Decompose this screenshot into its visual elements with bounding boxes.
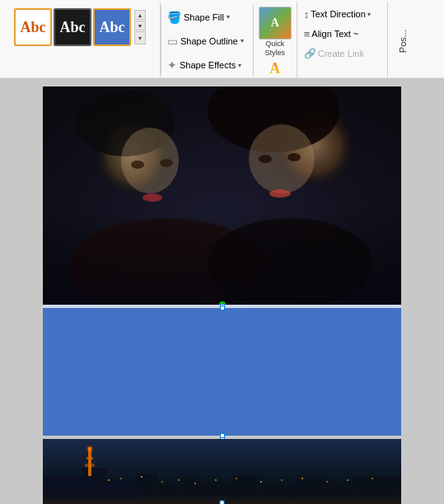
text-direction-label: Text Direction	[311, 9, 366, 19]
align-text-button[interactable]: ≡ Align Text ~	[301, 26, 384, 42]
align-text-label: Align Text ~	[311, 29, 358, 39]
svg-point-37	[141, 476, 143, 478]
svg-point-36	[120, 478, 122, 479]
shape-effects-dropdown-icon: ▾	[238, 62, 241, 69]
svg-point-39	[178, 479, 180, 481]
quick-styles-icon: A	[259, 7, 292, 40]
pos-button[interactable]: Pos...	[398, 5, 408, 77]
pos-label: Pos...	[398, 30, 408, 53]
handle-bottom-center	[220, 433, 225, 438]
shape-effects-icon: ✦	[167, 58, 177, 72]
wordart-a-button[interactable]: A	[269, 60, 280, 77]
city-photo[interactable]	[43, 439, 401, 504]
shape-style-button-3[interactable]: Abc	[93, 8, 131, 46]
quick-styles-column: A Quick Styles A	[253, 5, 293, 77]
svg-point-48	[372, 478, 373, 479]
svg-point-47	[347, 479, 348, 481]
couple-image-svg	[43, 86, 401, 305]
svg-rect-32	[85, 464, 95, 467]
svg-point-10	[131, 161, 144, 169]
wordart-a-icon: A	[269, 60, 280, 77]
quick-styles-button[interactable]: A Quick Styles	[257, 5, 293, 58]
svg-point-12	[259, 155, 272, 163]
align-text-icon: ≡	[304, 28, 311, 40]
blue-rectangle[interactable]	[43, 308, 401, 436]
shape-fill-icon: 🪣	[167, 11, 181, 24]
svg-point-35	[108, 479, 110, 481]
canvas-content	[43, 86, 401, 504]
shape-effects-button[interactable]: ✦ Shape Effects ▾	[165, 56, 246, 74]
shape-styles-scroll: ▲ ▼ ▾	[134, 10, 146, 44]
svg-rect-31	[86, 457, 93, 460]
couple-photo[interactable]	[43, 86, 401, 305]
shape-styles-section: Abc Abc Abc ▲ ▼ ▾	[0, 2, 161, 77]
shape-outline-dropdown-icon: ▾	[241, 37, 244, 44]
ribbon-content: Abc Abc Abc ▲ ▼ ▾ 🪣	[0, 0, 444, 77]
text-direction-arrow: ▾	[367, 11, 371, 18]
svg-point-15	[269, 189, 291, 198]
svg-point-34	[86, 446, 93, 452]
scroll-up-arrow[interactable]: ▲	[134, 10, 146, 20]
shape-outline-button[interactable]: ▭ Shape Outline ▾	[165, 32, 246, 50]
shape-outline-icon: ▭	[167, 35, 178, 48]
svg-point-45	[301, 478, 303, 479]
shape-fill-dropdown-icon: ▾	[227, 13, 230, 21]
svg-point-14	[143, 194, 162, 202]
text-tools-column: ↕ Text Direction ▾ ≡ Align Text ~ 🔗 Crea…	[301, 5, 384, 63]
svg-point-38	[161, 481, 163, 483]
text-section: ↕ Text Direction ▾ ≡ Align Text ~ 🔗 Crea…	[297, 2, 388, 77]
shape-style-button-1[interactable]: Abc	[14, 8, 52, 46]
svg-point-44	[281, 479, 283, 481]
pos-section: Pos...	[388, 2, 418, 77]
shape-fill-button[interactable]: 🪣 Shape Fill ▾	[165, 8, 246, 26]
scroll-down-arrow[interactable]: ▼	[134, 21, 146, 30]
shape-style-buttons-row: Abc Abc Abc ▲ ▼ ▾	[14, 8, 146, 46]
text-direction-icon: ↕	[304, 8, 310, 21]
scroll-more-arrow[interactable]: ▾	[134, 31, 146, 44]
svg-point-11	[160, 159, 173, 167]
text-direction-button[interactable]: ↕ Text Direction ▾	[301, 7, 384, 22]
ribbon-toolbar: Abc Abc Abc ▲ ▼ ▾ 🪣	[0, 0, 444, 78]
svg-point-13	[287, 153, 301, 161]
svg-point-43	[260, 481, 262, 483]
shape-style-button-2[interactable]: Abc	[54, 8, 91, 46]
handle-top-center	[220, 306, 225, 310]
shape-effects-label: Shape Effects	[180, 60, 236, 70]
create-link-button[interactable]: 🔗 Create Link	[301, 46, 384, 61]
canvas-area	[0, 78, 444, 504]
shape-tools-column: 🪣 Shape Fill ▾ ▭ Shape Outline ▾ ✦ Shape…	[165, 5, 250, 77]
svg-rect-16	[43, 210, 401, 305]
city-svg	[43, 439, 401, 504]
create-link-icon: 🔗	[304, 48, 316, 59]
svg-rect-50	[220, 501, 224, 504]
svg-point-40	[194, 483, 196, 484]
svg-point-46	[326, 481, 328, 483]
wordart-section: 🪣 Shape Fill ▾ ▭ Shape Outline ▾ ✦ Shape…	[161, 2, 297, 77]
svg-point-42	[236, 478, 237, 479]
svg-point-41	[215, 479, 217, 481]
create-link-label: Create Link	[318, 49, 364, 58]
